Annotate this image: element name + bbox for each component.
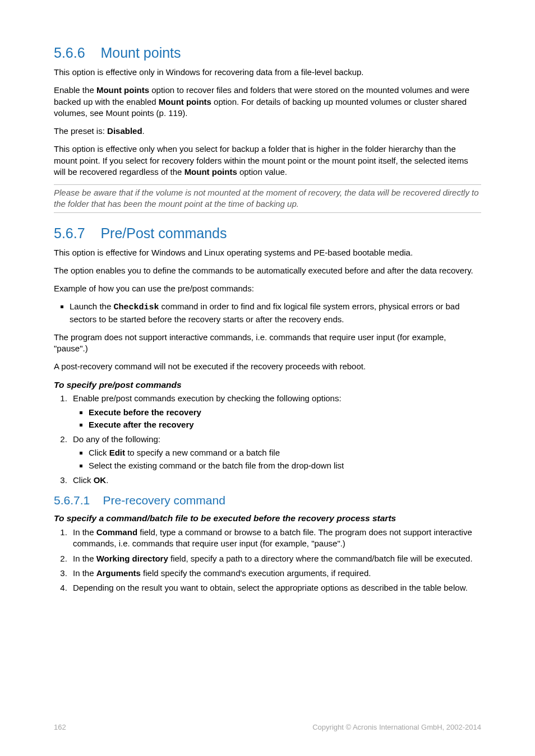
text-bold: Execute after the recovery	[89, 420, 194, 429]
text-bold: Command	[96, 527, 137, 537]
text: The preset is:	[54, 126, 107, 136]
paragraph: This option is effective only when you s…	[54, 143, 481, 178]
text-bold: Execute before the recovery	[89, 407, 201, 417]
paragraph: The option enables you to define the com…	[54, 265, 481, 276]
heading-5-6-7: 5.6.7 Pre/Post commands	[54, 225, 481, 242]
text: In the	[73, 568, 96, 578]
list-item: Execute after the recovery	[89, 419, 481, 430]
list-item: Enable pre/post commands execution by ch…	[70, 393, 481, 430]
list-item: Click OK.	[70, 475, 481, 486]
page-number: 162	[54, 723, 66, 731]
text-bold: Disabled	[107, 126, 142, 136]
list-item: Select the existing command or the batch…	[89, 460, 481, 471]
text: .	[106, 475, 108, 485]
note-paragraph: Please be aware that if the volume is no…	[54, 184, 481, 213]
paragraph: The preset is: Disabled.	[54, 126, 481, 137]
list-item: Execute before the recovery	[89, 407, 481, 418]
subheading: To specify a command/batch file to be ex…	[54, 513, 481, 525]
heading-5-6-7-1: 5.6.7.1 Pre-recovery command	[54, 494, 481, 507]
list-item: In the Command field, type a command or …	[70, 527, 481, 550]
text: Launch the	[70, 302, 113, 311]
heading-5-6-6: 5.6.6 Mount points	[54, 45, 481, 61]
heading-text: Pre-recovery command	[103, 494, 225, 507]
numbered-list: Enable pre/post commands execution by ch…	[54, 393, 481, 486]
text-bold: Edit	[109, 448, 125, 457]
text: field, specify a path to a directory whe…	[168, 554, 473, 563]
numbered-list: In the Command field, type a command or …	[54, 527, 481, 593]
text-bold: Arguments	[96, 568, 141, 578]
heading-number: 5.6.7.1	[54, 494, 90, 507]
paragraph: This option is effective for Windows and…	[54, 247, 481, 258]
paragraph: A post-recovery command will not be exec…	[54, 361, 481, 372]
heading-text: Mount points	[100, 45, 181, 61]
text: Enable the	[54, 85, 96, 95]
heading-number: 5.6.7	[54, 225, 85, 241]
text: option value.	[237, 167, 287, 177]
page-footer: 162 Copyright © Acronis International Gm…	[54, 723, 481, 731]
heading-number: 5.6.6	[54, 45, 85, 61]
text: .	[142, 126, 145, 136]
paragraph: This option is effective only in Windows…	[54, 67, 481, 78]
paragraph: Example of how you can use the pre/post …	[54, 283, 481, 294]
text: Click	[73, 475, 94, 485]
bullet-list: Execute before the recovery Execute afte…	[73, 407, 481, 431]
list-item: Click Edit to specify a new command or a…	[89, 447, 481, 458]
text-bold: Working directory	[96, 554, 168, 563]
heading-text: Pre/Post commands	[100, 225, 227, 241]
list-item: Depending on the result you want to obta…	[70, 582, 481, 593]
text: In the	[73, 554, 96, 563]
list-item: In the Arguments field specify the comma…	[70, 568, 481, 579]
text: Click	[89, 448, 109, 457]
text-bold: Mount points	[159, 97, 211, 106]
bullet-list: Launch the Checkdisk command in order to…	[54, 301, 481, 325]
bullet-list: Click Edit to specify a new command or a…	[73, 447, 481, 471]
paragraph: Enable the Mount points option to recove…	[54, 85, 481, 119]
copyright: Copyright © Acronis International GmbH, …	[312, 723, 481, 731]
text: In the	[73, 527, 96, 537]
text: to specify a new command or a batch file	[125, 448, 280, 457]
text: field specify the command's execution ar…	[141, 568, 371, 578]
text-bold: Mount points	[185, 167, 237, 177]
text: Enable pre/post commands execution by ch…	[73, 393, 342, 403]
list-item: Launch the Checkdisk command in order to…	[70, 301, 481, 325]
paragraph: The program does not support interactive…	[54, 332, 481, 355]
text: Do any of the following:	[73, 434, 160, 444]
list-item: In the Working directory field, specify …	[70, 553, 481, 564]
list-item: Do any of the following: Click Edit to s…	[70, 434, 481, 471]
text-bold: Mount points	[96, 85, 149, 95]
text-bold: OK	[94, 475, 107, 485]
text-monospace-bold: Checkdisk	[113, 303, 159, 312]
subheading: To specify pre/post commands	[54, 379, 481, 391]
